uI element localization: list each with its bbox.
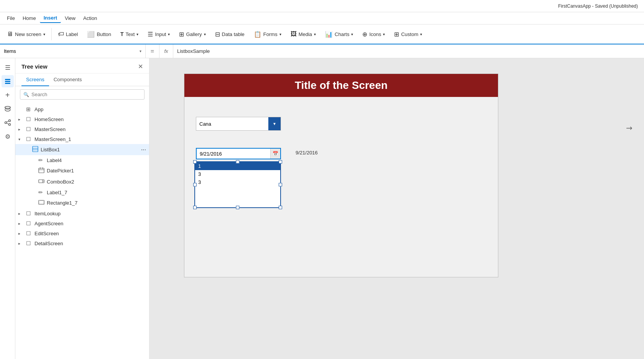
chevron-down-icon: ▾: [43, 32, 45, 36]
equals-button[interactable]: =: [146, 44, 159, 58]
data-icon[interactable]: [2, 103, 14, 115]
cursor-indicator: ↗: [624, 123, 635, 134]
forms-button[interactable]: 📋 Forms ▾: [250, 29, 285, 40]
items-dropdown[interactable]: Items ▾: [0, 44, 146, 58]
menu-insert[interactable]: Insert: [40, 13, 61, 23]
tree-item-detailscreen[interactable]: ▸ ☐ DetailScreen: [15, 238, 149, 248]
custom-icon: ⊞: [394, 31, 399, 38]
chevron-down-icon: ▾: [279, 32, 281, 36]
tree-item-label4[interactable]: ✏ Label4: [15, 155, 149, 165]
datepicker-icon: [38, 167, 45, 174]
gallery-button[interactable]: ⊞ Gallery ▾: [175, 29, 209, 40]
forms-icon: 📋: [254, 31, 261, 38]
expand-icon: ▸: [18, 221, 25, 226]
item-name: EditScreen: [34, 231, 146, 236]
item-name: AgentScreen: [34, 221, 146, 226]
label-button[interactable]: 🏷 Label: [54, 29, 82, 39]
handle-middle-right[interactable]: [279, 183, 282, 187]
hamburger-menu-icon[interactable]: ☰: [2, 61, 14, 74]
tree-close-icon[interactable]: ✕: [138, 63, 143, 70]
more-options-button[interactable]: ···: [141, 146, 146, 153]
tree-item-editscreen[interactable]: ▸ ☐ EditScreen: [15, 228, 149, 238]
listbox-item-2[interactable]: 3: [195, 170, 280, 178]
handle-bottom-center[interactable]: [236, 206, 240, 209]
button-button[interactable]: ⬜ Button: [83, 29, 115, 40]
new-screen-icon: 🖥: [7, 31, 13, 38]
layers-icon[interactable]: [2, 75, 14, 87]
handle-top-right[interactable]: [279, 160, 282, 164]
tree-item-itemlookup[interactable]: ▸ ☐ ItemLookup: [15, 208, 149, 218]
tree-item-homescreen[interactable]: ▸ ☐ HomeScreen: [15, 114, 149, 124]
svg-line-7: [7, 121, 8, 122]
menu-view[interactable]: View: [61, 14, 79, 23]
tree-item-app[interactable]: ⊞ App: [15, 104, 149, 114]
charts-icon: 📊: [325, 31, 333, 38]
screen-icon: ☐: [26, 126, 33, 132]
gallery-icon: ⊞: [179, 31, 184, 38]
chevron-down-icon: ▾: [314, 32, 316, 36]
settings-icon[interactable]: ⚙: [2, 130, 14, 143]
listbox-item-3[interactable]: 3: [195, 178, 280, 186]
charts-button[interactable]: 📊 Charts ▾: [321, 29, 357, 40]
title-bar: FirstCanvasApp - Saved (Unpublished): [0, 0, 644, 12]
tree-item-masterscreen[interactable]: ▸ ☐ MasterScreen: [15, 124, 149, 134]
tree-item-masterscreen1[interactable]: ▾ ☐ MasterScreen_1: [15, 134, 149, 144]
handle-middle-left[interactable]: [193, 183, 197, 187]
menu-action[interactable]: Action: [79, 14, 101, 23]
formula-input[interactable]: [173, 48, 644, 54]
connections-icon[interactable]: [2, 116, 14, 129]
screen-icon: ☐: [26, 220, 33, 226]
icons-button[interactable]: ⊕ Icons ▾: [358, 29, 389, 40]
svg-rect-18: [39, 200, 44, 204]
canvas-datepicker[interactable]: 9/21/2016 📅: [196, 148, 281, 159]
add-icon[interactable]: +: [2, 89, 14, 101]
menu-file[interactable]: File: [3, 14, 19, 23]
item-name: ItemLookup: [34, 211, 146, 216]
menu-home[interactable]: Home: [19, 14, 40, 23]
tree-item-agentscreen[interactable]: ▸ ☐ AgentScreen: [15, 218, 149, 228]
handle-bottom-right[interactable]: [279, 206, 282, 209]
formula-bar: Items ▾ = fx: [0, 44, 644, 58]
input-icon: ☰: [148, 31, 153, 38]
svg-rect-12: [39, 168, 44, 173]
label-icon: 🏷: [58, 31, 64, 38]
canvas-listbox[interactable]: 1 3 3: [195, 162, 280, 207]
expand-icon: ▾: [18, 137, 25, 141]
handle-top-center[interactable]: [236, 160, 240, 164]
datatable-button[interactable]: ⊟ Data table: [211, 29, 248, 40]
svg-rect-1: [5, 81, 10, 82]
custom-button[interactable]: ⊞ Custom ▾: [390, 29, 426, 40]
item-name: Label1_7: [47, 190, 146, 195]
item-name: ListBox1: [41, 147, 140, 152]
handle-top-left[interactable]: [193, 160, 197, 164]
tab-components[interactable]: Components: [49, 74, 87, 86]
handle-bottom-left[interactable]: [193, 206, 197, 209]
tree-item-rectangle1-7[interactable]: Rectangle1_7: [15, 197, 149, 208]
tree-item-listbox1[interactable]: ListBox1 ···: [15, 144, 149, 155]
tree-tabs: Screens Components: [15, 74, 149, 86]
ribbon-separator-1: [51, 28, 52, 40]
item-name: DatePicker1: [47, 168, 146, 174]
item-name: App: [34, 107, 146, 112]
fx-button[interactable]: fx: [159, 44, 173, 58]
sidebar-icons: ☰ + ⚙: [0, 58, 15, 359]
label-icon: ✏: [38, 157, 45, 163]
tree-item-datepicker1[interactable]: DatePicker1: [15, 165, 149, 176]
search-input[interactable]: [31, 92, 141, 97]
chevron-down-icon: ▾: [351, 32, 353, 36]
new-screen-button[interactable]: 🖥 New screen ▾: [3, 29, 49, 39]
canvas-combobox[interactable]: Cana ▾: [196, 117, 281, 131]
tab-screens[interactable]: Screens: [21, 74, 49, 86]
media-icon: 🖼: [291, 31, 297, 38]
calendar-icon[interactable]: 📅: [270, 149, 280, 159]
button-icon: ⬜: [87, 31, 95, 38]
text-button[interactable]: T Text ▾: [117, 29, 142, 39]
combobox-icon: [38, 178, 45, 185]
tree-header: Tree view ✕: [15, 58, 149, 74]
tree-item-label1-7[interactable]: ✏ Label1_7: [15, 187, 149, 197]
tree-item-combobox2[interactable]: ComboBox2: [15, 176, 149, 187]
media-button[interactable]: 🖼 Media ▾: [287, 29, 320, 39]
input-button[interactable]: ☰ Input ▾: [144, 29, 174, 40]
combobox-arrow[interactable]: ▾: [268, 117, 281, 130]
screen-icon: ☐: [26, 210, 33, 216]
